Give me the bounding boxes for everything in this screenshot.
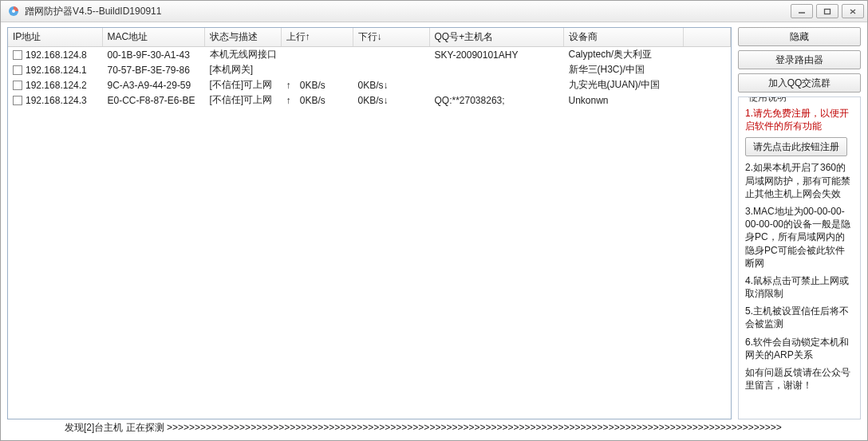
help-line-3: 3.MAC地址为00-00-00-00-00-00的设备一般是隐身PC，所有局域… <box>745 205 854 270</box>
row-checkbox[interactable] <box>13 50 22 60</box>
host-table[interactable]: IP地址 MAC地址 状态与描述 上行↑ 下行↓ QQ号+主机名 设备商 192… <box>8 28 731 108</box>
window-controls <box>791 4 864 18</box>
row-checkbox[interactable] <box>13 96 22 105</box>
help-line-6: 6.软件会自动锁定本机和网关的ARP关系 <box>745 336 854 361</box>
minimize-button[interactable] <box>791 4 813 18</box>
col-header-mac[interactable]: MAC地址 <box>102 28 204 47</box>
register-button[interactable]: 请先点击此按钮注册 <box>745 137 847 156</box>
maximize-button[interactable] <box>816 4 838 18</box>
table-row[interactable]: 192.168.124.800-1B-9F-30-A1-43本机无线网接口 SK… <box>8 47 731 63</box>
help-line-1: 1.请先免费注册，以便开启软件的所有功能 <box>745 107 854 132</box>
col-header-ip[interactable]: IP地址 <box>8 28 102 47</box>
window-title: 蹭网防护器V4.5--BuildID190911 <box>25 5 791 18</box>
table-row[interactable]: 192.168.124.3E0-CC-F8-87-E6-BE[不信任]可上网↑ … <box>8 93 731 108</box>
col-header-up[interactable]: 上行↑ <box>281 28 353 47</box>
usage-help-legend: 使用说明 <box>745 96 790 104</box>
help-line-2: 2.如果本机开启了360的局域网防护，那有可能禁止其他主机上网会失效 <box>745 161 854 200</box>
app-icon <box>7 5 20 18</box>
svg-point-1 <box>12 10 15 13</box>
col-header-spacer <box>683 28 731 47</box>
table-row[interactable]: 192.168.124.170-57-BF-3E-79-86[本机网关] 新华三… <box>8 62 731 77</box>
col-header-qq[interactable]: QQ号+主机名 <box>429 28 563 47</box>
row-checkbox[interactable] <box>13 65 22 75</box>
col-header-vendor[interactable]: 设备商 <box>563 28 683 47</box>
help-line-5: 5.主机被设置信任后将不会被监测 <box>745 305 854 330</box>
host-list-panel: IP地址 MAC地址 状态与描述 上行↑ 下行↓ QQ号+主机名 设备商 192… <box>7 27 732 419</box>
help-line-7: 如有问题反馈请在公众号里留言，谢谢！ <box>745 366 854 392</box>
side-panel: 隐藏 登录路由器 加入QQ交流群 使用说明 1.请先免费注册，以便开启软件的所有… <box>738 27 861 419</box>
col-header-down[interactable]: 下行↓ <box>353 28 429 47</box>
table-row[interactable]: 192.168.124.29C-A3-A9-44-29-59[不信任]可上网↑ … <box>8 77 731 93</box>
close-button[interactable] <box>842 4 864 18</box>
col-header-status[interactable]: 状态与描述 <box>204 28 281 47</box>
status-bar: 发现[2]台主机 正在探测 >>>>>>>>>>>>>>>>>>>>>>>>>>… <box>1 419 867 435</box>
hide-button[interactable]: 隐藏 <box>738 27 861 46</box>
svg-rect-3 <box>825 9 831 14</box>
help-line-4: 4.鼠标点击可禁止上网或取消限制 <box>745 274 854 300</box>
join-qq-group-button[interactable]: 加入QQ交流群 <box>738 73 861 93</box>
titlebar: 蹭网防护器V4.5--BuildID190911 <box>1 1 867 22</box>
login-router-button[interactable]: 登录路由器 <box>738 50 861 69</box>
usage-help-group: 使用说明 1.请先免费注册，以便开启软件的所有功能 请先点击此按钮注册 2.如果… <box>738 96 861 419</box>
row-checkbox[interactable] <box>13 81 22 90</box>
